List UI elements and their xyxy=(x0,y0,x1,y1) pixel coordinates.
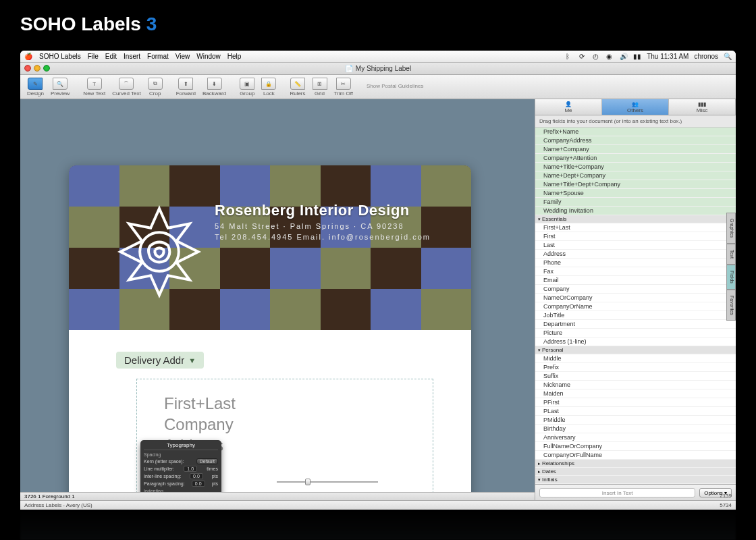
field-nameorcompany[interactable]: NameOrCompany xyxy=(535,294,736,302)
spotlight-icon[interactable]: 🔍 xyxy=(724,53,732,61)
canvas-workspace[interactable]: Rosenberg Interior Design 54 Malt Street… xyxy=(20,99,535,500)
menu-help[interactable]: Help xyxy=(227,53,242,60)
field-prefix-name[interactable]: Prefix+Name xyxy=(535,128,736,136)
app-menu[interactable]: SOHO Labels xyxy=(39,53,81,60)
forward-button[interactable]: ⬆Forward xyxy=(173,77,198,97)
field-prefix[interactable]: Prefix xyxy=(535,363,736,372)
field-email[interactable]: Email xyxy=(535,276,736,285)
apple-menu[interactable]: 🍎 xyxy=(24,53,32,60)
grid-button[interactable]: ⊞Grid xyxy=(310,77,330,97)
tab-me[interactable]: 👤Me xyxy=(535,99,602,115)
field-fullnameorcompany[interactable]: FullNameOrCompany xyxy=(535,442,736,451)
preview-mode-button[interactable]: 🔍Preview xyxy=(48,77,72,97)
new-text-button[interactable]: TNew Text xyxy=(80,77,108,97)
menu-window[interactable]: Window xyxy=(196,53,221,60)
field-maiden[interactable]: Maiden xyxy=(535,389,736,398)
company-contact[interactable]: Tel 208.454.4945 Email. info@rosenbergid… xyxy=(215,233,431,241)
sync-icon[interactable]: ⟳ xyxy=(579,53,587,61)
field-nickname[interactable]: Nickname xyxy=(535,381,736,389)
field-essentials[interactable]: Essentials xyxy=(535,215,736,223)
paragraph-spacing-input[interactable]: 0.0 xyxy=(192,481,205,487)
kern-default-button[interactable]: Default xyxy=(196,458,218,464)
field-address-1-line-[interactable]: Address (1-line) xyxy=(535,338,736,346)
field-name-title-dept-company[interactable]: Name+Title+Dept+Company xyxy=(535,180,736,189)
label-canvas[interactable]: Rosenberg Interior Design 54 Malt Street… xyxy=(69,165,471,510)
zoom-slider[interactable] xyxy=(277,479,378,485)
field-dates[interactable]: Dates xyxy=(535,468,736,476)
field-fax[interactable]: Fax xyxy=(535,267,736,276)
menu-format[interactable]: Format xyxy=(147,53,169,60)
tab-others[interactable]: 👥Others xyxy=(602,99,669,115)
field-plast[interactable]: PLast xyxy=(535,407,736,416)
backward-button[interactable]: ⬇Backward xyxy=(200,77,229,97)
menu-edit[interactable]: Edit xyxy=(105,53,117,60)
bluetooth-icon[interactable]: ᛒ xyxy=(566,53,574,61)
field-relationships[interactable]: Relationships xyxy=(535,460,736,468)
field-name-title-company[interactable]: Name+Title+Company xyxy=(535,163,736,171)
field-name-spouse[interactable]: Name+Spouse xyxy=(535,189,736,198)
placeholder-company[interactable]: Company xyxy=(164,414,406,435)
menu-view[interactable]: View xyxy=(176,53,190,60)
field-pmiddle[interactable]: PMiddle xyxy=(535,416,736,425)
field-personal[interactable]: Personal xyxy=(535,346,736,354)
timemachine-icon[interactable]: ◴ xyxy=(593,53,601,61)
zoom-button[interactable] xyxy=(43,65,50,72)
inspector-tabs: Graphics Text Fields Favorites xyxy=(726,213,736,321)
placeholder-firstlast[interactable]: First+Last xyxy=(164,393,406,414)
field-anniversary[interactable]: Anniversary xyxy=(535,433,736,442)
field-wedding-invitation[interactable]: Wedding Invitation xyxy=(535,207,736,215)
field-name-dept-company[interactable]: Name+Dept+Company xyxy=(535,171,736,180)
field-company-attention[interactable]: Company+Attention xyxy=(535,154,736,163)
menu-insert[interactable]: Insert xyxy=(124,53,140,60)
battery-icon[interactable]: ▮▮ xyxy=(633,53,641,61)
field-birthday[interactable]: Birthday xyxy=(535,425,736,433)
crop-button[interactable]: ⧉Crop xyxy=(145,77,165,97)
menu-file[interactable]: File xyxy=(88,53,99,60)
rtab-text[interactable]: Text xyxy=(726,244,736,265)
minimize-button[interactable] xyxy=(34,65,40,72)
postal-guidelines-button[interactable]: Show Postal Guidelines xyxy=(364,82,427,90)
insert-in-text-button[interactable]: Insert In Text xyxy=(539,488,695,497)
close-button[interactable] xyxy=(24,65,31,72)
rtab-fields[interactable]: Fields xyxy=(726,265,736,290)
company-address[interactable]: 54 Malt Street · Palm Springs · CA 90238 xyxy=(215,222,431,230)
field-name-company[interactable]: Name+Company xyxy=(535,145,736,154)
lock-button[interactable]: 🔒Lock xyxy=(259,77,279,97)
field-initials[interactable]: Initials xyxy=(535,476,736,484)
rulers-button[interactable]: 📏Rulers xyxy=(287,77,308,97)
user-menu[interactable]: chronos xyxy=(694,53,718,60)
field-first[interactable]: First xyxy=(535,232,736,241)
field-middle[interactable]: Middle xyxy=(535,354,736,363)
field-list[interactable]: Prefix+NameCompanyAddressName+CompanyCom… xyxy=(535,128,736,484)
field-company[interactable]: Company xyxy=(535,285,736,294)
delivery-address-tag[interactable]: Delivery Addr▼ xyxy=(116,352,204,369)
curved-text-button[interactable]: ⌒Curved Text xyxy=(109,77,144,97)
field-family[interactable]: Family xyxy=(535,198,736,207)
field-jobtitle[interactable]: JobTitle xyxy=(535,311,736,320)
interline-spacing-input[interactable]: 0.0 xyxy=(190,473,203,479)
clock[interactable]: Thu 11:31 AM xyxy=(647,53,688,60)
field-first-last[interactable]: First+Last xyxy=(535,223,736,232)
trim-button[interactable]: ✂Trim Off xyxy=(331,77,356,97)
barcode-icon: ▮▮▮ xyxy=(698,101,706,107)
design-mode-button[interactable]: ✎Design xyxy=(24,77,47,97)
field-companyorfullname[interactable]: CompanyOrFullName xyxy=(535,451,736,460)
field-pfirst[interactable]: PFirst xyxy=(535,398,736,407)
field-last[interactable]: Last xyxy=(535,241,736,250)
field-companyorname[interactable]: CompanyOrName xyxy=(535,302,736,311)
field-department[interactable]: Department xyxy=(535,320,736,329)
field-phone[interactable]: Phone xyxy=(535,259,736,267)
volume-icon[interactable]: 🔊 xyxy=(620,53,628,61)
field-suffix[interactable]: Suffix xyxy=(535,372,736,381)
company-name[interactable]: Rosenberg Interior Design xyxy=(215,202,431,219)
line-multiplier-input[interactable]: 1.0 xyxy=(184,466,197,472)
rtab-graphics[interactable]: Graphics xyxy=(726,213,736,244)
group-button[interactable]: ▣Group xyxy=(237,77,257,97)
field-picture[interactable]: Picture xyxy=(535,329,736,338)
field-address[interactable]: Address xyxy=(535,250,736,259)
tab-misc[interactable]: ▮▮▮Misc xyxy=(669,99,736,115)
wifi-icon[interactable]: ◉ xyxy=(606,53,614,61)
rtab-favorites[interactable]: Favorites xyxy=(726,290,736,321)
svg-point-0 xyxy=(140,232,179,271)
field-companyaddress[interactable]: CompanyAddress xyxy=(535,136,736,145)
